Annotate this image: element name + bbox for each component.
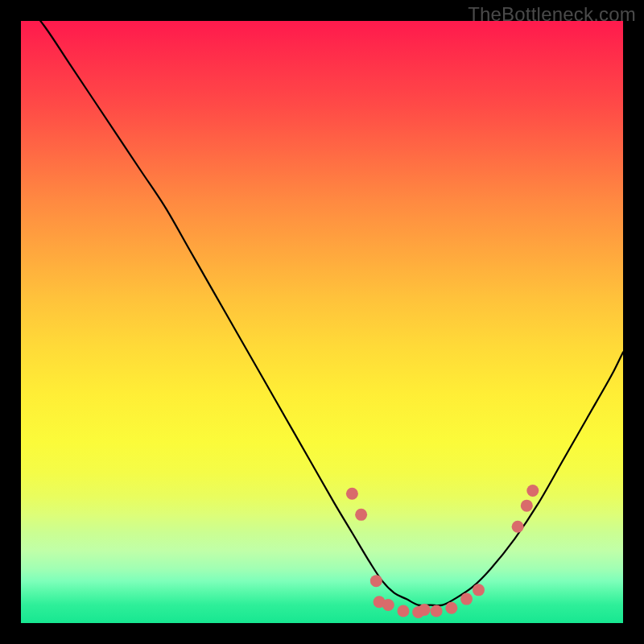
bottleneck-curve xyxy=(21,21,623,605)
watermark-text: TheBottleneck.com xyxy=(468,3,636,26)
highlight-point xyxy=(370,575,382,587)
chart-frame: TheBottleneck.com xyxy=(0,0,644,644)
highlight-point xyxy=(355,509,367,521)
highlight-point xyxy=(460,593,473,605)
plot-area xyxy=(21,21,623,623)
curve-overlay xyxy=(21,21,623,623)
highlight-point xyxy=(445,602,457,614)
highlight-point xyxy=(521,500,533,512)
highlight-point xyxy=(512,521,524,533)
highlight-point xyxy=(419,604,431,616)
highlight-point xyxy=(526,485,539,497)
highlight-points xyxy=(346,485,539,618)
highlight-point xyxy=(473,584,485,596)
highlight-point xyxy=(431,605,443,617)
highlight-point xyxy=(346,488,358,500)
highlight-point xyxy=(397,605,409,617)
highlight-point xyxy=(382,599,394,611)
